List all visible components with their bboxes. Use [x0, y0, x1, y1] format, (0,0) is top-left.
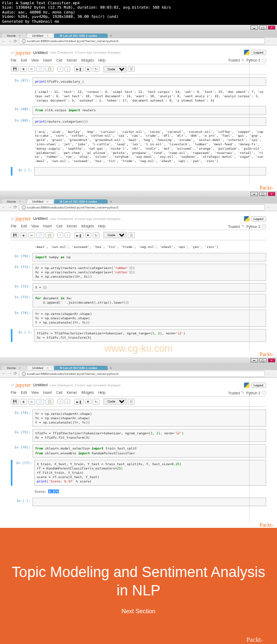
notebook-title[interactable]: Untitled [33, 50, 48, 55]
stop-button[interactable]: ■ [85, 232, 91, 238]
minimize-button[interactable]: ‒ [250, 25, 258, 30]
code-cell[interactable]: from sklearn.model_selection import trai… [32, 444, 266, 457]
save-button[interactable]: 💾 [11, 399, 19, 405]
close-button[interactable]: × [268, 25, 275, 30]
notebook-title[interactable]: Untitled [33, 216, 48, 221]
move-down-button[interactable]: ↓ [64, 232, 70, 238]
menu-view[interactable]: View [31, 224, 39, 229]
command-palette-button[interactable]: ☰ [128, 66, 135, 72]
save-button[interactable]: 💾 [11, 66, 19, 72]
menu-icon[interactable]: ⋮ [272, 39, 275, 43]
menu-insert[interactable]: Insert [43, 58, 52, 63]
code-cell[interactable]: print(reuters.categories()) [32, 117, 266, 126]
paste-button[interactable]: 📋 [45, 399, 54, 405]
new-tab-button[interactable]: + [108, 34, 114, 38]
back-button[interactable]: ← [2, 39, 6, 44]
tab-untitled[interactable]: Untitled× [27, 33, 54, 38]
code-cell[interactable]: X_train, X_test, Y_train, Y_test = train… [34, 460, 266, 486]
jupyter-logo[interactable]: ○ jupyter [11, 382, 31, 388]
code-cell[interactable]: Yr = np.zeros(shape=Xr.shape)Yc = np.one… [32, 310, 266, 327]
minimize-button[interactable]: ‒ [250, 192, 258, 196]
reload-button[interactable]: ⟳ [14, 205, 17, 210]
code-cell[interactable]: for document in Xw: X.append(' '.join(do… [32, 294, 266, 307]
tab-iso-codes[interactable]: W List of ISO 639-1 codes× [54, 199, 108, 204]
run-button[interactable]: ▶❚ [74, 66, 84, 72]
menu-insert[interactable]: Insert [43, 391, 52, 395]
command-palette-button[interactable]: ☰ [128, 232, 135, 238]
paste-button[interactable]: 📋 [45, 66, 54, 72]
cell-type-select[interactable]: Code [103, 66, 127, 72]
menu-file[interactable]: File [11, 391, 16, 395]
code-cell[interactable]: tfidfv = TfidfVectorizer(tokenizer=token… [34, 329, 266, 342]
forward-button[interactable]: → [8, 39, 12, 44]
copy-button[interactable]: 📄 [36, 232, 44, 238]
menu-kernel[interactable]: Kernel [67, 224, 77, 229]
reload-button[interactable]: ⟳ [14, 39, 17, 44]
new-tab-button[interactable]: + [108, 366, 114, 370]
copy-button[interactable]: 📄 [36, 66, 44, 72]
cut-button[interactable]: ✂ [28, 66, 35, 72]
restart-button[interactable]: ↻ [93, 232, 100, 238]
code-cell[interactable]: print(tfidfv.vocabulary_) [32, 77, 266, 86]
menu-edit[interactable]: Edit [21, 58, 27, 63]
reload-button[interactable]: ⟳ [14, 371, 17, 376]
menu-help[interactable]: Help [98, 224, 105, 229]
close-button[interactable]: × [268, 192, 275, 196]
cut-button[interactable]: ✂ [28, 399, 35, 405]
move-down-button[interactable]: ↓ [64, 66, 70, 72]
menu-help[interactable]: Help [98, 58, 105, 63]
notebook-title[interactable]: Untitled [33, 383, 48, 387]
restart-button[interactable]: ↻ [93, 399, 100, 405]
copy-button[interactable]: 📄 [36, 399, 44, 405]
menu-cell[interactable]: Cell [56, 224, 62, 229]
menu-cell[interactable]: Cell [56, 391, 62, 395]
code-cell[interactable] [32, 498, 266, 506]
tab-home[interactable]: Home× [2, 199, 27, 204]
cut-button[interactable]: ✂ [28, 232, 35, 238]
menu-cell[interactable]: Cell [56, 58, 62, 63]
tab-close-icon[interactable]: × [101, 34, 103, 37]
menu-widgets[interactable]: Widgets [81, 224, 94, 229]
tab-close-icon[interactable]: × [47, 34, 49, 37]
menu-view[interactable]: View [31, 391, 39, 395]
menu-edit[interactable]: Edit [21, 391, 27, 395]
cell-type-select[interactable]: Code [103, 398, 127, 405]
tab-untitled[interactable]: Untitled× [27, 366, 54, 370]
maximize-button[interactable]: ▢ [259, 358, 267, 363]
tab-home[interactable]: Home× [2, 33, 27, 38]
logout-button[interactable]: Logout [251, 216, 266, 222]
code-cell[interactable]: from nltk.corpus import reuters [32, 106, 266, 115]
back-button[interactable]: ← [2, 205, 6, 210]
move-down-button[interactable]: ↓ [64, 399, 70, 404]
menu-widgets[interactable]: Widgets [81, 58, 94, 63]
tab-untitled[interactable]: Untitled× [27, 199, 54, 204]
address-bar[interactable]: ilocalhost:8889/notebooks/Untitled.ipynb… [19, 371, 265, 377]
code-cell[interactable]: Yr = np.zeros(shape=Xr.shape)Yc = np.one… [32, 410, 266, 427]
save-button[interactable]: 💾 [11, 232, 19, 238]
address-bar[interactable]: ilocalhost:8889/notebooks/Untitled.ipynb… [19, 204, 265, 211]
maximize-button[interactable]: ▢ [259, 192, 267, 196]
forward-button[interactable]: → [8, 371, 12, 376]
menu-file[interactable]: File [11, 58, 16, 63]
code-cell[interactable]: Xr = np.array(reuters.sents(categories=[… [32, 264, 266, 281]
maximize-button[interactable]: ▢ [259, 25, 267, 30]
add-cell-button[interactable]: ✚ [20, 66, 27, 72]
tab-iso-codes[interactable]: W List of ISO 639-1 codes× [54, 366, 108, 370]
menu-insert[interactable]: Insert [43, 224, 52, 229]
menu-view[interactable]: View [31, 58, 39, 63]
back-button[interactable]: ← [2, 371, 6, 376]
stop-button[interactable]: ■ [85, 66, 91, 72]
code-cell[interactable]: tfidfv = TfidfVectorizer(tokenizer=token… [32, 429, 266, 442]
code-cell[interactable]: import numpy as np [32, 253, 266, 261]
jupyter-logo[interactable]: ○ jupyter [11, 50, 31, 56]
logout-button[interactable]: Logout [251, 50, 266, 55]
menu-edit[interactable]: Edit [21, 224, 27, 229]
logout-button[interactable]: Logout [251, 383, 266, 388]
new-tab-button[interactable]: + [108, 200, 114, 204]
menu-file[interactable]: File [11, 224, 16, 229]
menu-help[interactable]: Help [98, 391, 105, 395]
address-bar[interactable]: ilocalhost:8889/notebooks/Untitled.ipynb… [19, 38, 265, 44]
forward-button[interactable]: → [8, 205, 12, 210]
run-button[interactable]: ▶❚ [74, 399, 84, 405]
restart-button[interactable]: ↻ [93, 66, 100, 72]
